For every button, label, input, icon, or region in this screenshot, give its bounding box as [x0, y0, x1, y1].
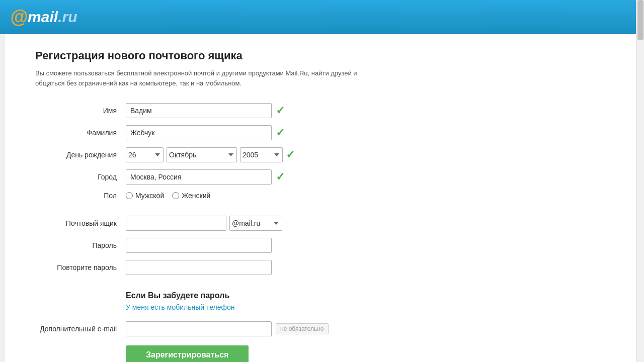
birthday-field: 1234567891011121314151617181920212223242…: [126, 147, 295, 162]
birthday-checkmark: ✓: [286, 148, 295, 161]
email-input[interactable]: [126, 216, 226, 231]
logo-dotru: .ru: [58, 9, 77, 26]
password-row: Пароль: [35, 238, 609, 253]
gender-female-label: Женский: [182, 192, 210, 200]
surname-input[interactable]: [126, 125, 272, 140]
confirm-field: [126, 260, 272, 275]
birthday-year-select[interactable]: 2015201420132012201120102009200820072006…: [240, 147, 283, 162]
optional-badge: не обязательно: [276, 323, 329, 334]
gender-female-option[interactable]: Женский: [172, 192, 210, 200]
scrollbar-thumb: [637, 0, 643, 40]
confirm-input[interactable]: [126, 260, 272, 275]
name-input[interactable]: [126, 103, 272, 118]
name-checkmark: ✓: [276, 104, 285, 117]
name-row: Имя ✓: [35, 103, 609, 118]
city-input[interactable]: [126, 169, 272, 185]
surname-row: Фамилия ✓: [35, 125, 609, 140]
gender-label: Пол: [35, 192, 126, 200]
recovery-section: Если Вы забудете пароль У меня есть моби…: [126, 291, 609, 311]
surname-label: Фамилия: [35, 129, 126, 137]
header: @ mail .ru: [0, 0, 644, 34]
scrollbar[interactable]: [636, 0, 644, 362]
surname-field: ✓: [126, 125, 285, 140]
city-field: ✓: [126, 169, 285, 185]
surname-checkmark: ✓: [276, 126, 285, 139]
main-content: Регистрация нового почтового ящика Вы см…: [5, 34, 639, 362]
birthday-row: День рождения 12345678910111213141516171…: [35, 147, 609, 162]
confirm-row: Повторите пароль: [35, 260, 609, 275]
logo-at: @: [10, 7, 28, 28]
confirm-label: Повторите пароль: [35, 263, 126, 272]
recovery-title: Если Вы забудете пароль: [126, 291, 609, 300]
city-label: Город: [35, 173, 126, 181]
extra-email-field: не обязательно: [126, 321, 329, 336]
city-checkmark: ✓: [276, 170, 285, 184]
gender-male-label: Мужской: [135, 192, 164, 200]
birthday-day-select[interactable]: 1234567891011121314151617181920212223242…: [126, 147, 164, 162]
password-field: [126, 238, 272, 253]
extra-email-label: Дополнительный e-mail: [35, 325, 126, 333]
extra-email-row: Дополнительный e-mail не обязательно: [35, 321, 609, 336]
page-subtitle: Вы сможете пользоваться бесплатной элект…: [35, 68, 387, 88]
page-title: Регистрация нового почтового ящика: [35, 49, 609, 62]
logo: @ mail .ru: [10, 7, 77, 28]
gender-male-radio[interactable]: [126, 192, 133, 199]
birthday-label: День рождения: [35, 151, 126, 159]
gender-row: Пол Мужской Женский: [35, 192, 609, 200]
birthday-month-select[interactable]: ЯнварьФевральМартАпрельМайИюньИюльАвгуст…: [167, 147, 237, 162]
email-row: Почтовый ящик @mail.ru@inbox.ru@bk.ru@li…: [35, 216, 609, 231]
name-field: ✓: [126, 103, 285, 118]
password-label: Пароль: [35, 241, 126, 249]
logo-mail: mail: [28, 9, 58, 26]
extra-email-input[interactable]: [126, 321, 272, 336]
password-input[interactable]: [126, 238, 272, 253]
recovery-link[interactable]: У меня есть мобильный телефон: [126, 303, 235, 311]
submit-button[interactable]: Зарегистрироваться: [126, 345, 249, 362]
name-label: Имя: [35, 107, 126, 115]
email-field: @mail.ru@inbox.ru@bk.ru@list.ru: [126, 216, 282, 231]
gender-male-option[interactable]: Мужской: [126, 192, 164, 200]
email-label: Почтовый ящик: [35, 219, 126, 227]
domain-select[interactable]: @mail.ru@inbox.ru@bk.ru@list.ru: [229, 216, 282, 231]
gender-field: Мужской Женский: [126, 192, 210, 200]
gender-female-radio[interactable]: [172, 192, 179, 199]
city-row: Город ✓: [35, 169, 609, 185]
